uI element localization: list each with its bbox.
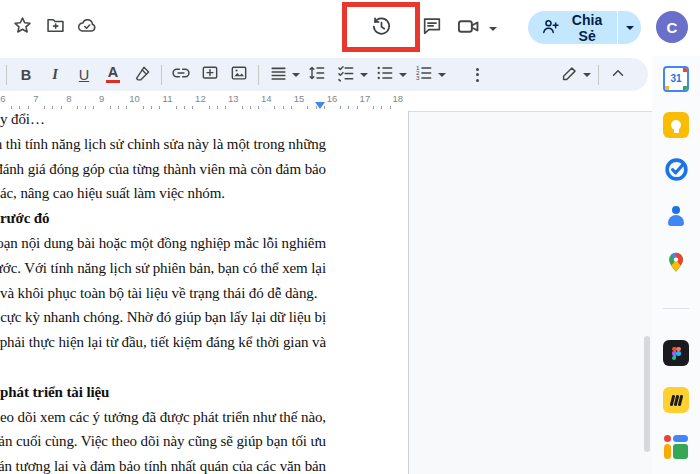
version-history-button[interactable] [367, 12, 395, 40]
ruler-tick [373, 106, 374, 109]
version-history-icon [370, 15, 393, 38]
document-text-line[interactable]: n thì tính năng lịch sử chỉnh sửa này là… [0, 133, 326, 158]
text-color-button[interactable]: A [101, 62, 125, 88]
document-text-line[interactable]: bản cuối cùng. Việc theo dõi này cũng sẽ… [0, 430, 326, 455]
document-text-line[interactable]: án tương lai và đảm bảo tính nhất quán c… [0, 455, 326, 474]
ruler-number: 7 [33, 93, 38, 104]
line-spacing-button[interactable] [305, 62, 329, 88]
side-panel: 31 [652, 56, 700, 474]
document-text-line[interactable]: cực kỳ nhanh chóng. Nhờ đó giúp bạn lấy … [0, 306, 326, 331]
sidebar-item-figma[interactable] [662, 339, 690, 367]
sidebar-item-maps[interactable] [662, 249, 690, 277]
document-text-line[interactable]: và khôi phục toàn bộ tài liệu về trạng t… [0, 282, 326, 307]
toolbar: B I U A [0, 58, 648, 91]
document-line-text: theo dõi xem các ý tưởng đã được phát tr… [0, 409, 326, 426]
svg-text:3: 3 [416, 74, 420, 81]
insert-link-button[interactable] [169, 62, 193, 88]
ruler-tick [381, 106, 382, 109]
document-text-line[interactable]: trước. Với tính năng lịch sử phiên bản, … [0, 257, 326, 282]
sidebar-item-contacts[interactable] [662, 202, 690, 230]
google-tasks-icon [664, 157, 689, 185]
editing-mode-button[interactable] [557, 62, 591, 88]
bulleted-list-icon [375, 63, 395, 86]
document-text-line[interactable]: p đánh giá đóng góp của từng thành viên … [0, 158, 326, 183]
document-text-line[interactable]: rước đó [0, 207, 326, 232]
sidebar-item-keep[interactable] [662, 111, 690, 139]
underline-label: U [79, 67, 89, 83]
bold-button[interactable]: B [14, 62, 38, 88]
comments-button[interactable] [418, 12, 446, 40]
align-icon [269, 64, 288, 86]
meet-button[interactable] [456, 14, 497, 43]
italic-label: I [52, 66, 58, 83]
add-comment-button[interactable] [198, 62, 222, 88]
toolbar-row: B I U A [0, 56, 700, 92]
document-text-line[interactable]: đoạn nội dung bài hoặc một đồng nghiệp m… [0, 232, 326, 257]
ruler-tick [209, 106, 210, 109]
ruler-tick [225, 106, 226, 109]
sidebar-item-calendar[interactable]: 31 [662, 65, 690, 93]
chevron-down-icon [292, 73, 300, 77]
share-button[interactable]: Chia Sẻ [528, 11, 617, 44]
ruler[interactable]: 6789101112131415161718 [0, 92, 652, 111]
vertical-scrollbar-thumb[interactable] [644, 336, 650, 452]
hide-menus-button[interactable] [606, 62, 630, 88]
document-text-line[interactable] [0, 356, 326, 381]
chevron-down-icon [399, 73, 407, 77]
document-line-text: án tương lai và đảm bảo tính nhất quán c… [0, 458, 326, 474]
ruler-number: 17 [360, 93, 371, 104]
numbered-list-button[interactable]: 123 [412, 62, 446, 88]
sidebar-item-tasks[interactable] [662, 157, 690, 185]
ruler-tick [357, 106, 358, 109]
ruler-tick [126, 106, 127, 109]
ruler-tick [77, 106, 78, 109]
numbered-list-icon-area[interactable]: 123 [412, 62, 436, 88]
document-status-button[interactable] [73, 11, 101, 39]
document-text-line[interactable]: ác, nâng cao hiệu suất làm việc nhóm. [0, 182, 326, 207]
ruler-tick [110, 106, 111, 109]
document-line-text: y đổi… [0, 111, 45, 128]
more-vertical-icon [476, 68, 479, 82]
underline-button[interactable]: U [72, 62, 96, 88]
checklist-button-icon-area[interactable] [334, 62, 358, 88]
document-line-text: trước. Với tính năng lịch sử phiên bản, … [0, 260, 326, 277]
bulleted-list-button[interactable] [373, 62, 407, 88]
video-camera-icon [456, 14, 481, 43]
align-button[interactable] [266, 62, 300, 88]
account-avatar[interactable]: C [656, 11, 688, 43]
italic-button[interactable]: I [43, 62, 67, 88]
ruler-number: 12 [195, 93, 206, 104]
star-button[interactable] [8, 11, 36, 39]
document-text-line[interactable]: phải thực hiện lại từ đầu, tiết kiệm đán… [0, 331, 326, 356]
share-dropdown-button[interactable] [618, 11, 641, 44]
highlight-button[interactable] [130, 62, 154, 88]
ruler-tick [242, 106, 243, 109]
ruler-tick [274, 106, 275, 109]
figma-icon [663, 340, 689, 366]
document-text-line[interactable]: phát triển tài liệu [0, 381, 326, 406]
editing-mode-icon-area[interactable] [557, 62, 581, 88]
calendar-day-label: 31 [670, 74, 681, 84]
sidebar-item-miro[interactable] [662, 386, 690, 414]
ruler-tick [348, 106, 349, 109]
ruler-number: 14 [261, 93, 272, 104]
align-button-icon-area[interactable] [266, 62, 290, 88]
ruler-tick [258, 106, 259, 109]
more-options-button[interactable] [465, 62, 489, 88]
star-icon [12, 15, 33, 36]
document-text-line[interactable]: y đổi… [0, 111, 326, 133]
document-text-line[interactable]: theo dõi xem các ý tưởng đã được phát tr… [0, 406, 326, 431]
ruler-tick [217, 106, 218, 109]
miro-icon [663, 387, 689, 413]
ruler-tick [19, 106, 20, 109]
google-docs-window: Chia Sẻ C B I U A [0, 0, 700, 474]
ruler-tick [143, 106, 144, 109]
move-folder-button[interactable] [41, 11, 69, 39]
document-page[interactable]: y đổi…n thì tính năng lịch sử chỉnh sửa … [0, 111, 409, 474]
ruler-tick [291, 106, 292, 109]
toolbar-divider [258, 65, 259, 85]
checklist-button[interactable] [334, 62, 368, 88]
bulleted-list-icon-area[interactable] [373, 62, 397, 88]
insert-image-button[interactable] [227, 62, 251, 88]
sidebar-item-marketplace[interactable] [662, 433, 690, 461]
